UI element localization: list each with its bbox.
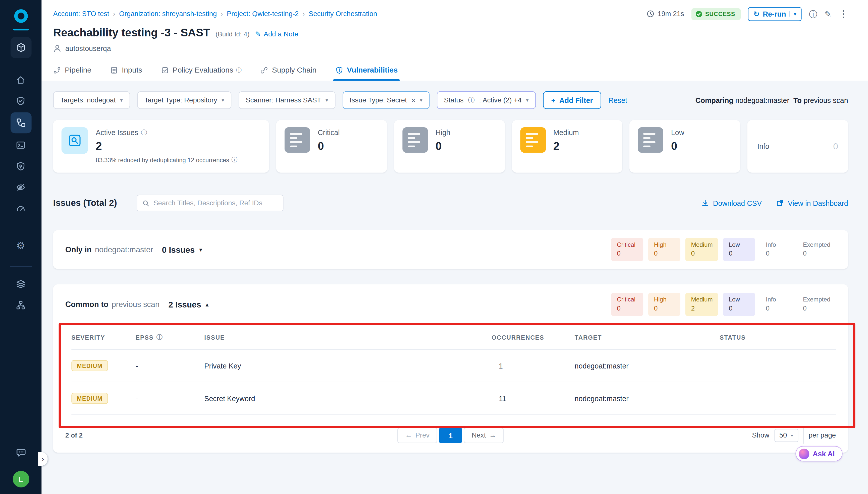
chip-critical: Critical0 [611, 238, 644, 261]
shield-check-icon [16, 96, 25, 105]
page-header: Account: STO test › Organization: shreya… [41, 0, 868, 59]
table-row[interactable]: MEDIUM - Secret Keyword 11 nodegoat:mast… [71, 382, 836, 415]
tab-policy-evaluations[interactable]: Policy Evaluations ⓘ [161, 59, 242, 81]
occurrences-cell: 1 [492, 361, 575, 370]
vulnerabilities-content: Targets: nodegoat ▾ Target Type: Reposit… [41, 81, 868, 494]
chevron-up-icon[interactable]: ▴ [206, 301, 209, 308]
remove-filter-icon[interactable]: × [411, 96, 415, 104]
high-count: 0 [436, 140, 450, 153]
page-1-button[interactable]: 1 [439, 428, 462, 443]
filter-issue-type[interactable]: Issue Type: Secret × ▾ [343, 91, 430, 109]
group-toggle[interactable]: 2 Issues [168, 300, 201, 309]
breadcrumb-account[interactable]: Account: STO test [53, 10, 109, 18]
low-count: 0 [671, 140, 684, 153]
cube-icon [16, 43, 26, 53]
page-size-select[interactable]: 50 ▾ [774, 429, 798, 442]
harness-logo[interactable] [13, 8, 29, 24]
critical-card: Critical 0 [276, 120, 387, 172]
issues-header: Issues (Total 2) Download CSV [53, 195, 848, 211]
sidebar-item-stack[interactable] [10, 274, 31, 293]
pipelines-icon [16, 118, 26, 128]
chip-info: Info0 [760, 238, 792, 261]
epss-cell: - [136, 394, 204, 402]
status-badge: SUCCESS [691, 8, 741, 20]
filter-target-type[interactable]: Target Type: Repository ▾ [137, 91, 231, 109]
info-icon: ⓘ [468, 95, 475, 105]
more-options-button[interactable]: ⋮ [838, 9, 848, 18]
sidebar-item-gauge[interactable] [10, 198, 31, 217]
breadcrumb-project[interactable]: Project: Qwiet-testing-2 [227, 10, 299, 18]
per-page-label: per page [809, 432, 836, 439]
tab-vulnerabilities[interactable]: Vulnerabilities [335, 59, 398, 81]
breadcrumb-module[interactable]: Security Orchestration [309, 10, 377, 18]
sidebar-item-organization[interactable] [10, 296, 31, 314]
target-cell: nodegoat:master [575, 361, 720, 370]
inputs-tab-icon [110, 66, 118, 74]
filter-targets[interactable]: Targets: nodegoat ▾ [53, 91, 130, 109]
target-cell: nodegoat:master [575, 394, 720, 402]
info-count: 0 [833, 141, 838, 151]
info-button[interactable]: ⓘ [809, 10, 817, 18]
sidebar-item-executions[interactable] [10, 136, 31, 154]
execution-duration: 19m 21s [646, 10, 684, 18]
chevron-down-icon: ▾ [791, 433, 793, 438]
active-issues-count: 2 [96, 140, 237, 153]
chip-low: Low0 [723, 238, 756, 261]
tab-pipeline[interactable]: Pipeline [53, 59, 91, 81]
search-input[interactable] [153, 199, 278, 207]
tab-supply-chain[interactable]: Supply Chain [260, 59, 316, 81]
severity-chip-strip: Critical0 High0 Medium2 Low0 Info0 [611, 292, 836, 316]
edit-button[interactable]: ✎ [825, 10, 832, 18]
chevron-down-icon[interactable]: ▾ [199, 246, 202, 253]
pagination-summary: 2 of 2 [65, 432, 82, 439]
severity-meter-icon [284, 127, 310, 153]
arrow-left-icon: ← [405, 432, 412, 439]
info-icon: ⓘ [236, 66, 242, 74]
chip-critical: Critical0 [611, 292, 644, 316]
main-area: Account: STO test › Organization: shreya… [41, 0, 868, 494]
chevron-right-icon: › [42, 455, 44, 463]
sidebar-bottom: L [10, 441, 31, 494]
info-icon: ⓘ [231, 155, 237, 164]
sidebar-item-hidden-targets[interactable] [10, 178, 31, 196]
severity-meter-icon [638, 127, 663, 153]
tab-inputs[interactable]: Policy Evaluations Inputs [110, 59, 142, 81]
issues-table: SEVERITY EPSS ⓘ ISSUE OCCURRENCES TARGET… [65, 324, 836, 415]
terminal-icon [16, 140, 25, 150]
add-filter-button[interactable]: + Add Filter [543, 91, 601, 109]
filter-status[interactable]: Status ⓘ : Active (2) +4 ▾ [437, 91, 536, 109]
show-label: Show [752, 432, 769, 439]
view-in-dashboard-link[interactable]: View in Dashboard [776, 199, 848, 207]
add-note-link[interactable]: ✎ Add a Note [255, 30, 298, 38]
occurrences-cell: 11 [492, 394, 575, 402]
next-page-button[interactable]: Next → [464, 428, 504, 443]
ask-ai-button[interactable]: Ask AI [795, 446, 843, 462]
severity-badge: MEDIUM [71, 360, 108, 371]
sidebar-item-pipelines[interactable] [10, 112, 31, 133]
filter-scanner[interactable]: Scanner: Harness SAST ▾ [239, 91, 335, 109]
info-card: Info 0 [747, 120, 848, 172]
table-row[interactable]: MEDIUM - Private Key 1 nodegoat:master [71, 350, 836, 382]
external-link-icon [776, 199, 784, 207]
critical-count: 0 [318, 140, 340, 153]
shield-lock-icon [16, 161, 25, 170]
breadcrumb-organization[interactable]: Organization: shreyansh-testing [119, 10, 217, 18]
prev-page-button[interactable]: ← Prev [397, 428, 437, 443]
download-csv-link[interactable]: Download CSV [701, 199, 762, 207]
chip-medium: Medium2 [685, 292, 718, 316]
filter-bar: Targets: nodegoat ▾ Target Type: Reposit… [53, 91, 848, 109]
reset-filters-link[interactable]: Reset [608, 96, 627, 104]
col-severity: SEVERITY [71, 334, 136, 340]
sidebar-item-settings[interactable]: ⚙ [10, 236, 31, 255]
issue-cell: Secret Keyword [204, 394, 492, 402]
sidebar-item-security[interactable] [10, 157, 31, 175]
group-toggle[interactable]: 0 Issues [162, 245, 195, 254]
rerun-button[interactable]: ↻ Re-run ▾ [748, 7, 802, 21]
module-selector-button[interactable] [10, 37, 31, 58]
user-avatar[interactable]: L [13, 471, 29, 488]
active-issues-card: Active Issues ⓘ 2 83.33% reduced by dedu… [53, 120, 269, 172]
help-chat-button[interactable] [10, 443, 31, 462]
sidebar-item-home[interactable] [10, 70, 31, 89]
col-epss: EPSS ⓘ [136, 333, 204, 341]
sidebar-item-security-tests[interactable] [10, 91, 31, 110]
